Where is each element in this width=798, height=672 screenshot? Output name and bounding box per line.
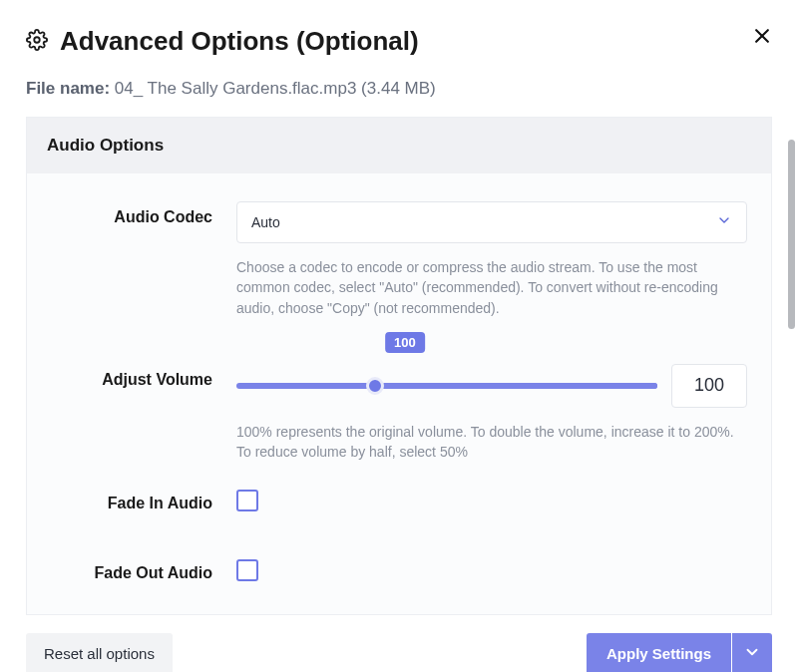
chevron-down-icon: [716, 212, 732, 232]
audio-codec-select[interactable]: Auto: [236, 201, 747, 243]
page-title: Advanced Options (Optional): [60, 26, 419, 57]
adjust-volume-label: Adjust Volume: [51, 336, 236, 389]
fade-out-checkbox[interactable]: [236, 559, 258, 581]
fade-out-label: Fade Out Audio: [51, 557, 236, 582]
fade-in-label: Fade In Audio: [51, 488, 236, 512]
volume-slider-thumb[interactable]: [366, 377, 384, 395]
gear-icon: [26, 29, 48, 55]
audio-options-panel: Audio Options Audio Codec Auto Choose a …: [26, 117, 772, 615]
file-name-line: File name: 04_ The Sally Gardens.flac.mp…: [26, 79, 772, 99]
adjust-volume-help: 100% represents the original volume. To …: [236, 422, 747, 463]
volume-slider[interactable]: [236, 383, 657, 389]
close-icon[interactable]: [752, 26, 772, 50]
svg-point-0: [34, 37, 40, 43]
volume-input[interactable]: 100: [671, 364, 747, 408]
audio-codec-help: Choose a codec to encode or compress the…: [236, 257, 747, 318]
fade-in-checkbox[interactable]: [236, 490, 258, 511]
volume-slider-badge: 100: [385, 332, 425, 353]
file-name-label: File name:: [26, 79, 110, 98]
page-scrollbar[interactable]: [788, 140, 795, 329]
panel-heading: Audio Options: [27, 118, 771, 173]
audio-codec-value: Auto: [251, 214, 280, 230]
audio-codec-label: Audio Codec: [51, 201, 236, 226]
file-size-value: (3.44 MB): [361, 79, 436, 98]
reset-all-options-button[interactable]: Reset all options: [26, 633, 173, 672]
chevron-down-icon: [743, 643, 761, 664]
apply-settings-button[interactable]: Apply Settings: [587, 633, 731, 672]
file-name-value: 04_ The Sally Gardens.flac.mp3: [115, 79, 357, 98]
apply-settings-dropdown[interactable]: [732, 633, 772, 672]
